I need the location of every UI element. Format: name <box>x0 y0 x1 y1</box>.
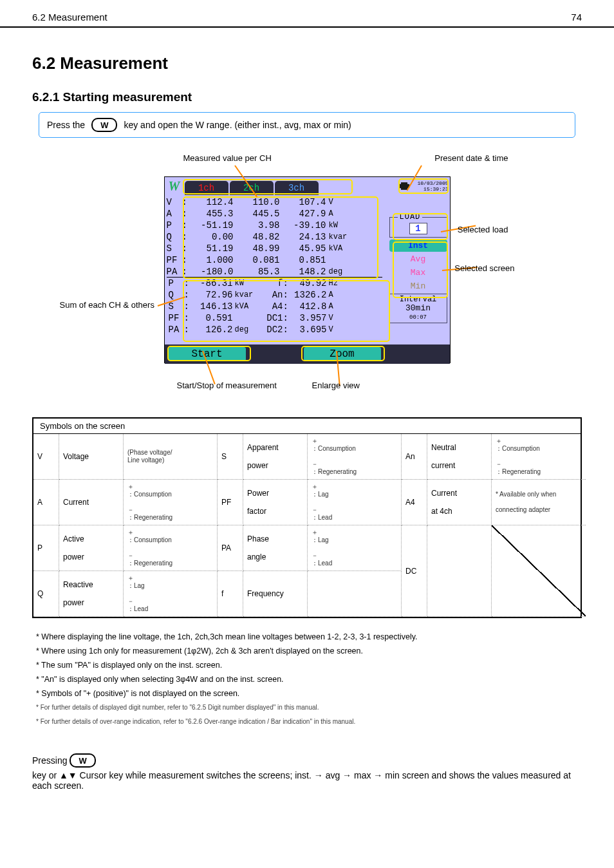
header-page-num: 74 <box>571 12 582 23</box>
st-sym: PA <box>218 525 243 571</box>
st-sym: V <box>33 434 59 480</box>
callout-ch: Measured value per CH <box>183 153 272 163</box>
st-sym: DC <box>402 525 427 617</box>
row-label: V <box>167 196 182 208</box>
note-line: * Where displaying the line voltage, the… <box>36 631 578 643</box>
st-detail: ＋：Consumption－：Regenerating <box>124 480 218 525</box>
note-line: * Symbols of "+ (positive)" is not displ… <box>36 688 578 699</box>
callout-load: Selected load <box>458 225 508 234</box>
st-detail: ＋：Lag－：Lead <box>124 571 218 617</box>
st-name: Activepower <box>59 525 124 571</box>
ref-line: * For further details of over-range indi… <box>36 716 578 728</box>
st-detail: ＋：Consumption－：Regenerating <box>308 434 402 480</box>
ref-line: * For further details of displayed digit… <box>36 702 578 713</box>
st-detail: (Phase voltage/Line voltage) <box>124 434 218 480</box>
row-label: P <box>169 278 184 289</box>
note-line: * The sum "PA" is displayed only on the … <box>36 659 578 671</box>
device-screen: W 1ch 2ch 3ch 10/03/2005 15:39:23 V:112.… <box>164 176 451 363</box>
st-sym: A <box>33 480 59 525</box>
row-label: S <box>167 243 182 254</box>
st-detail: ＋：Consumption－：Regenerating <box>124 525 218 571</box>
st-sym: f <box>218 571 243 617</box>
st-name: Neutralcurrent <box>427 434 492 480</box>
st-name: Currentat 4ch <box>427 480 492 525</box>
st-name: Voltage <box>59 434 124 480</box>
st-detail: ＋：Consumption－：Regenerating <box>492 434 586 480</box>
row-label: Q <box>167 231 182 243</box>
st-name: Frequency <box>243 571 308 617</box>
st-name: Phaseangle <box>243 525 308 571</box>
st-detail-diag <box>492 525 586 617</box>
st-detail: ＋：Lag－：Lead <box>308 525 402 571</box>
callout-screen: Selected screen <box>454 263 514 273</box>
symbols-table: Symbols on the screen V Voltage (Phase v… <box>32 417 582 618</box>
st-sym: PF <box>218 480 243 525</box>
footer-instruction: Pressing W key or ▲▼ Cursor key while me… <box>32 753 582 791</box>
st-detail: ＋：Lag－：Lead <box>308 480 402 525</box>
row-label: PF <box>169 312 184 324</box>
w-key-badge: W <box>91 118 117 132</box>
instruction-prefix: Press the <box>47 120 85 130</box>
row-label: PA <box>167 266 182 277</box>
st-name: Powerfactor <box>243 480 308 525</box>
st-sym: An <box>402 434 427 480</box>
row-label: PA <box>169 324 184 335</box>
callout-start: Start/Stop of measurement <box>177 381 277 390</box>
note-line: * "An" is displayed only when selecting … <box>36 674 578 685</box>
row-label: S <box>169 301 184 312</box>
section-title: 6.2 Measurement <box>0 28 614 82</box>
st-name <box>427 525 492 617</box>
st-name: Current <box>59 480 124 525</box>
callout-zoom: Enlarge view <box>312 381 360 390</box>
row-label: PF <box>167 254 182 266</box>
w-logo-icon: W <box>165 177 184 195</box>
st-name: Reactivepower <box>59 571 124 617</box>
st-sym: P <box>33 525 59 571</box>
st-detail <box>308 571 402 617</box>
instruction-suffix: key and open the W range. (either inst.,… <box>124 120 351 130</box>
st-detail: * Available only whenconnecting adapter <box>492 480 586 525</box>
instruction-box: Press the W key and open the W range. (e… <box>39 112 575 138</box>
row-label: A <box>167 208 182 220</box>
w-key-badge: W <box>70 753 95 768</box>
header-section: 6.2 Measurement <box>32 12 107 23</box>
st-sym: S <box>218 434 243 480</box>
st-name: Apparentpower <box>243 434 308 480</box>
interval-value: 30min <box>390 304 447 313</box>
symbols-table-title: Symbols on the screen <box>33 419 581 434</box>
interval-elapsed: 00:07 <box>390 313 447 322</box>
st-sym: Q <box>33 571 59 617</box>
subsection-title: 6.2.1 Starting measurement <box>0 82 614 108</box>
st-sym: A4 <box>402 480 427 525</box>
callout-datetime: Present date & time <box>434 153 508 163</box>
notes-block: * Where displaying the line voltage, the… <box>36 631 578 728</box>
footer-text: Pressing <box>32 755 67 766</box>
footer-text: key or ▲▼ Cursor key while measurement s… <box>32 770 582 791</box>
callout-sum: Sum of each CH & others <box>60 300 154 310</box>
row-label: P <box>167 220 182 231</box>
note-line: * Where using 1ch only for measurement (… <box>36 645 578 657</box>
